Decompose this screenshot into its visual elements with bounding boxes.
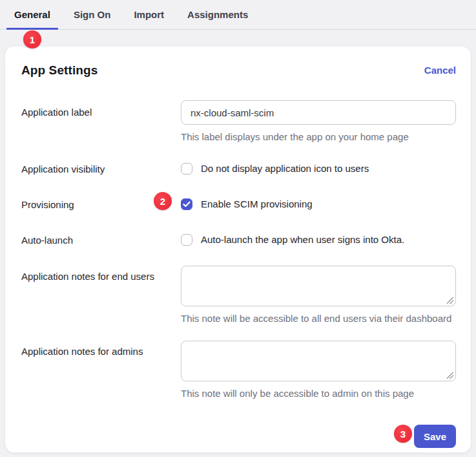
application-visibility-checkbox[interactable] xyxy=(181,163,192,175)
application-visibility-checkbox-label: Do not display application icon to users xyxy=(201,162,369,175)
app-settings-card: App Settings Cancel Application label Th… xyxy=(5,47,471,452)
annotation-badge-2: 2 xyxy=(154,192,172,210)
tab-general[interactable]: General xyxy=(6,0,58,29)
application-visibility-row: Application visibility Do not display ap… xyxy=(21,162,456,176)
cancel-link[interactable]: Cancel xyxy=(424,63,456,76)
application-label-row: Application label This label displays un… xyxy=(21,100,456,142)
application-label-input[interactable] xyxy=(181,100,456,125)
checkmark-icon xyxy=(183,201,191,207)
notes-admins-helper: This note will only be accessible to adm… xyxy=(181,388,456,398)
tab-import[interactable]: Import xyxy=(126,0,172,29)
application-visibility-label: Application visibility xyxy=(21,162,181,176)
notes-end-users-row: Application notes for end users This not… xyxy=(21,266,456,323)
card-header: App Settings Cancel xyxy=(21,63,456,79)
auto-launch-checkbox-label: Auto-launch the app when user signs into… xyxy=(201,233,404,246)
tab-assignments[interactable]: Assignments xyxy=(180,0,256,29)
notes-admins-row: Application notes for admins This note w… xyxy=(21,341,456,398)
notes-end-users-textarea[interactable] xyxy=(181,266,456,306)
application-label-helper: This label displays under the app on you… xyxy=(181,132,456,142)
annotation-badge-1: 1 xyxy=(23,30,41,48)
provisioning-checkbox[interactable] xyxy=(181,198,192,210)
card-footer: Save xyxy=(21,425,456,448)
tab-bar: General Sign On Import Assignments xyxy=(0,0,476,30)
notes-admins-label: Application notes for admins xyxy=(21,341,181,358)
auto-launch-row: Auto-launch Auto-launch the app when use… xyxy=(21,233,456,247)
provisioning-checkbox-label: Enable SCIM provisioning xyxy=(201,198,313,211)
notes-end-users-label: Application notes for end users xyxy=(21,266,181,283)
notes-admins-textarea[interactable] xyxy=(181,341,456,381)
auto-launch-label: Auto-launch xyxy=(21,233,181,247)
provisioning-row: Provisioning Enable SCIM provisioning xyxy=(21,198,456,211)
notes-end-users-helper: This note will be accessible to all end … xyxy=(181,314,456,323)
page-title: App Settings xyxy=(21,63,98,78)
auto-launch-checkbox[interactable] xyxy=(181,234,192,246)
application-label-label: Application label xyxy=(21,100,181,119)
annotation-badge-3: 3 xyxy=(394,425,412,443)
tab-sign-on[interactable]: Sign On xyxy=(66,0,119,29)
save-button[interactable]: Save xyxy=(414,425,456,448)
